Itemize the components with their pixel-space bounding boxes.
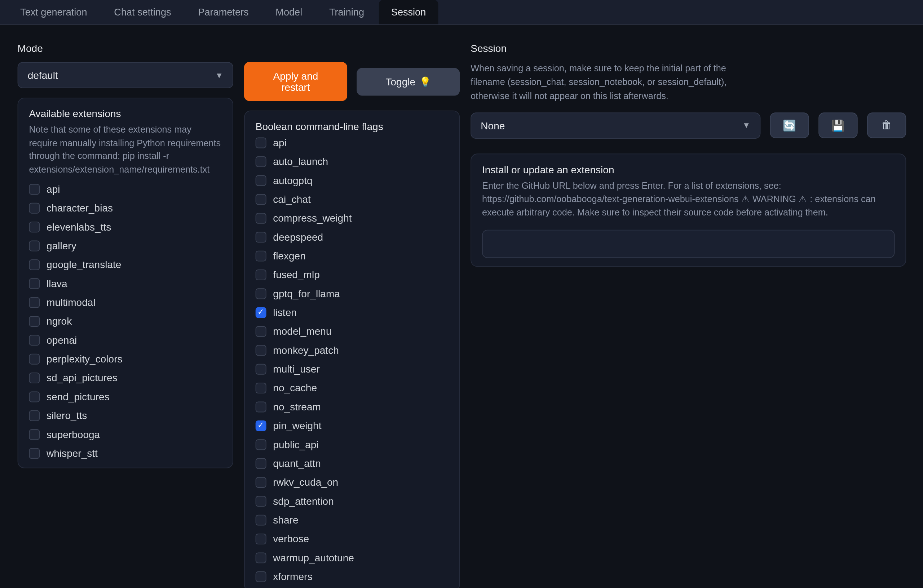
extension-elevenlabs_tts[interactable]: elevenlabs_tts <box>29 221 222 233</box>
flag-gptq_for_llama[interactable]: gptq_for_llama <box>256 287 448 300</box>
extension-api-checkbox[interactable] <box>29 184 39 195</box>
extension-silero_tts[interactable]: silero_tts <box>29 409 222 422</box>
flag-fused_mlp[interactable]: fused_mlp <box>256 268 448 281</box>
toggle-button[interactable]: Toggle 💡 <box>356 68 460 95</box>
delete-button[interactable]: 🗑 <box>867 113 906 138</box>
flag-multi_user[interactable]: multi_user <box>256 362 448 375</box>
flag-warmup_autotune[interactable]: warmup_autotune <box>256 551 448 564</box>
flag-share[interactable]: share <box>256 513 448 526</box>
mode-select[interactable]: default ▼ <box>18 62 233 88</box>
tab-training[interactable]: Training <box>317 0 376 24</box>
extension-multimodal[interactable]: multimodal <box>29 296 222 309</box>
flag-auto_launch[interactable]: auto_launch <box>256 155 448 168</box>
extension-superbooga[interactable]: superbooga <box>29 428 222 441</box>
extension-perplexity_colors-checkbox[interactable] <box>29 354 39 364</box>
flag-xformers[interactable]: xformers <box>256 570 448 583</box>
flag-xformers-label: xformers <box>273 571 312 582</box>
extension-character_bias[interactable]: character_bias <box>29 202 222 215</box>
flag-flexgen[interactable]: flexgen <box>256 249 448 262</box>
extension-whisper_stt-checkbox[interactable] <box>29 448 39 459</box>
flag-gptq_for_llama-checkbox[interactable] <box>256 288 266 299</box>
save-button[interactable]: 💾 <box>818 113 857 138</box>
tab-session[interactable]: Session <box>379 0 438 24</box>
flag-quant_attn-checkbox[interactable] <box>256 458 266 469</box>
extension-character_bias-checkbox[interactable] <box>29 203 39 213</box>
tab-parameters[interactable]: Parameters <box>186 0 261 24</box>
extension-google_translate-checkbox[interactable] <box>29 259 39 270</box>
flag-deepspeed-checkbox[interactable] <box>256 231 266 242</box>
extension-sd_api_pictures[interactable]: sd_api_pictures <box>29 372 222 385</box>
tab-text-generation[interactable]: Text generation <box>8 0 99 24</box>
flag-flexgen-label: flexgen <box>273 250 305 262</box>
flag-quant_attn[interactable]: quant_attn <box>256 457 448 470</box>
flag-listen-checkbox[interactable] <box>256 307 266 318</box>
flag-multi_user-checkbox[interactable] <box>256 364 266 374</box>
extension-openai[interactable]: openai <box>29 334 222 347</box>
extension-ngrok-checkbox[interactable] <box>29 316 39 327</box>
extension-gallery-checkbox[interactable] <box>29 240 39 251</box>
flag-no_stream[interactable]: no_stream <box>256 400 448 413</box>
flag-xformers-checkbox[interactable] <box>256 571 266 582</box>
extension-llava[interactable]: llava <box>29 277 222 290</box>
flag-verbose[interactable]: verbose <box>256 532 448 545</box>
flag-sdp_attention-checkbox[interactable] <box>256 495 266 506</box>
flag-model_menu[interactable]: model_menu <box>256 324 448 337</box>
extension-multimodal-checkbox[interactable] <box>29 297 39 308</box>
flag-autogptq[interactable]: autogptq <box>256 174 448 187</box>
extension-llava-checkbox[interactable] <box>29 278 39 289</box>
flag-pin_weight[interactable]: pin_weight <box>256 419 448 432</box>
session-select-value: None <box>481 120 505 131</box>
flag-rwkv_cuda_on[interactable]: rwkv_cuda_on <box>256 476 448 488</box>
flag-monkey_patch-checkbox[interactable] <box>256 345 266 355</box>
extension-superbooga-checkbox[interactable] <box>29 429 39 440</box>
extension-api[interactable]: api <box>29 183 222 196</box>
flag-flexgen-checkbox[interactable] <box>256 251 266 261</box>
extension-send_pictures[interactable]: send_pictures <box>29 390 222 403</box>
flag-verbose-label: verbose <box>273 533 309 544</box>
session-heading: Session <box>471 43 906 54</box>
extension-perplexity_colors[interactable]: perplexity_colors <box>29 352 222 365</box>
flag-pin_weight-checkbox[interactable] <box>256 420 266 431</box>
refresh-button[interactable]: 🔄 <box>770 113 809 138</box>
flag-share-checkbox[interactable] <box>256 514 266 525</box>
session-select[interactable]: None ▼ <box>471 112 760 139</box>
extension-silero_tts-checkbox[interactable] <box>29 410 39 421</box>
extension-openai-checkbox[interactable] <box>29 335 39 346</box>
flag-auto_launch-checkbox[interactable] <box>256 156 266 167</box>
extension-url-input[interactable] <box>482 229 895 258</box>
flag-model_menu-checkbox[interactable] <box>256 326 266 336</box>
extension-whisper_stt[interactable]: whisper_stt <box>29 447 222 460</box>
extension-ngrok[interactable]: ngrok <box>29 315 222 328</box>
flag-api[interactable]: api <box>256 136 448 149</box>
tab-model[interactable]: Model <box>264 0 314 24</box>
flag-no_cache-checkbox[interactable] <box>256 382 266 393</box>
flag-cai_chat[interactable]: cai_chat <box>256 193 448 206</box>
flag-compress_weight-checkbox[interactable] <box>256 213 266 223</box>
extension-gallery[interactable]: gallery <box>29 239 222 252</box>
flag-verbose-checkbox[interactable] <box>256 533 266 544</box>
extension-sd_api_pictures-checkbox[interactable] <box>29 373 39 383</box>
flag-cai_chat-checkbox[interactable] <box>256 194 266 205</box>
flag-no_cache[interactable]: no_cache <box>256 381 448 394</box>
flag-api-checkbox[interactable] <box>256 137 266 148</box>
flag-public_api-checkbox[interactable] <box>256 439 266 450</box>
flag-compress_weight[interactable]: compress_weight <box>256 211 448 224</box>
flag-rwkv_cuda_on-checkbox[interactable] <box>256 477 266 488</box>
apply-restart-button[interactable]: Apply and restart <box>244 62 347 101</box>
extension-send_pictures-checkbox[interactable] <box>29 391 39 402</box>
flag-fused_mlp-checkbox[interactable] <box>256 269 266 280</box>
mode-label: Mode <box>18 43 233 54</box>
extension-superbooga-label: superbooga <box>46 429 100 440</box>
extension-google_translate[interactable]: google_translate <box>29 258 222 271</box>
flag-no_stream-checkbox[interactable] <box>256 401 266 412</box>
flag-public_api[interactable]: public_api <box>256 438 448 451</box>
tab-chat-settings[interactable]: Chat settings <box>102 0 184 24</box>
extension-elevenlabs_tts-checkbox[interactable] <box>29 221 39 233</box>
flag-listen[interactable]: listen <box>256 306 448 319</box>
flag-deepspeed[interactable]: deepspeed <box>256 231 448 244</box>
flag-quant_attn-label: quant_attn <box>273 458 321 469</box>
flag-monkey_patch[interactable]: monkey_patch <box>256 344 448 357</box>
flag-warmup_autotune-checkbox[interactable] <box>256 552 266 563</box>
flag-sdp_attention[interactable]: sdp_attention <box>256 495 448 508</box>
flag-autogptq-checkbox[interactable] <box>256 175 266 185</box>
